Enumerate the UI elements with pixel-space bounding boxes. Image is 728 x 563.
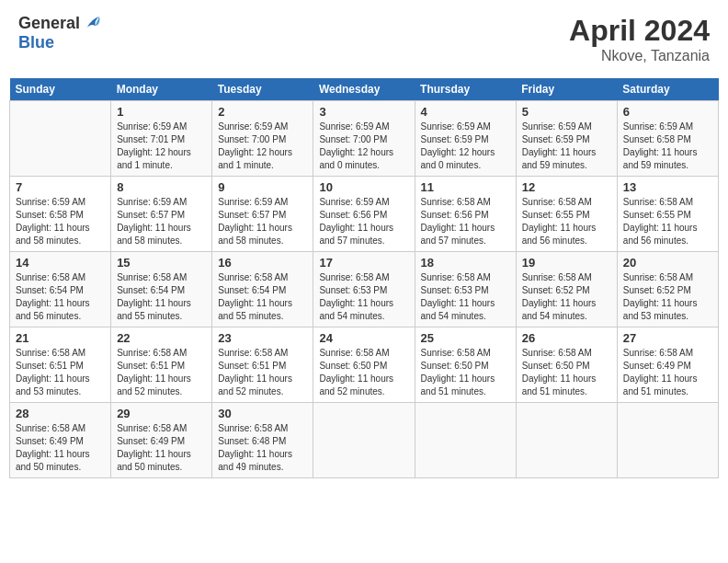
day-info: Sunrise: 6:58 AMSunset: 6:52 PMDaylight:… bbox=[623, 271, 712, 323]
column-header-monday: Monday bbox=[111, 78, 212, 101]
day-number: 20 bbox=[623, 256, 712, 270]
calendar-cell bbox=[516, 403, 617, 478]
day-info: Sunrise: 6:59 AMSunset: 7:00 PMDaylight:… bbox=[218, 121, 307, 172]
day-number: 2 bbox=[218, 105, 307, 119]
day-number: 7 bbox=[16, 180, 105, 194]
calendar-cell: 18Sunrise: 6:58 AMSunset: 6:53 PMDayligh… bbox=[415, 252, 516, 327]
logo-general-text: General bbox=[18, 15, 80, 33]
calendar-cell: 28Sunrise: 6:58 AMSunset: 6:49 PMDayligh… bbox=[10, 403, 111, 478]
day-info: Sunrise: 6:58 AMSunset: 6:55 PMDaylight:… bbox=[623, 196, 712, 247]
page-header: General Blue April 2024 Nkove, Tanzania bbox=[9, 9, 719, 69]
title-block: April 2024 Nkove, Tanzania bbox=[569, 14, 710, 64]
calendar-cell bbox=[415, 403, 516, 478]
day-number: 17 bbox=[319, 256, 408, 270]
day-number: 16 bbox=[218, 256, 307, 270]
calendar-cell: 5Sunrise: 6:59 AMSunset: 6:59 PMDaylight… bbox=[516, 101, 617, 177]
calendar-cell: 23Sunrise: 6:58 AMSunset: 6:51 PMDayligh… bbox=[212, 327, 313, 403]
day-number: 19 bbox=[522, 256, 611, 270]
column-header-tuesday: Tuesday bbox=[212, 78, 313, 101]
day-number: 27 bbox=[623, 331, 712, 345]
calendar-cell: 4Sunrise: 6:59 AMSunset: 6:59 PMDaylight… bbox=[415, 101, 516, 177]
column-header-thursday: Thursday bbox=[415, 78, 516, 101]
calendar-cell bbox=[10, 101, 111, 177]
day-number: 9 bbox=[218, 180, 307, 194]
calendar-cell: 13Sunrise: 6:58 AMSunset: 6:55 PMDayligh… bbox=[617, 177, 718, 252]
day-info: Sunrise: 6:58 AMSunset: 6:54 PMDaylight:… bbox=[117, 271, 206, 323]
day-info: Sunrise: 6:59 AMSunset: 7:00 PMDaylight:… bbox=[319, 121, 408, 172]
day-info: Sunrise: 6:59 AMSunset: 6:58 PMDaylight:… bbox=[16, 196, 105, 247]
calendar-cell: 15Sunrise: 6:58 AMSunset: 6:54 PMDayligh… bbox=[111, 252, 212, 327]
calendar-week-row: 7Sunrise: 6:59 AMSunset: 6:58 PMDaylight… bbox=[10, 177, 719, 252]
column-header-friday: Friday bbox=[516, 78, 617, 101]
calendar-cell: 1Sunrise: 6:59 AMSunset: 7:01 PMDaylight… bbox=[111, 101, 212, 177]
calendar-week-row: 1Sunrise: 6:59 AMSunset: 7:01 PMDaylight… bbox=[10, 101, 719, 177]
calendar-cell: 17Sunrise: 6:58 AMSunset: 6:53 PMDayligh… bbox=[313, 252, 415, 327]
calendar-week-row: 28Sunrise: 6:58 AMSunset: 6:49 PMDayligh… bbox=[10, 403, 719, 478]
calendar-cell: 19Sunrise: 6:58 AMSunset: 6:52 PMDayligh… bbox=[516, 252, 617, 327]
calendar-cell: 22Sunrise: 6:58 AMSunset: 6:51 PMDayligh… bbox=[111, 327, 212, 403]
day-number: 22 bbox=[117, 331, 206, 345]
day-info: Sunrise: 6:58 AMSunset: 6:49 PMDaylight:… bbox=[623, 347, 712, 398]
calendar-cell bbox=[313, 403, 415, 478]
day-info: Sunrise: 6:58 AMSunset: 6:48 PMDaylight:… bbox=[218, 422, 307, 474]
day-info: Sunrise: 6:58 AMSunset: 6:54 PMDaylight:… bbox=[218, 271, 307, 323]
day-info: Sunrise: 6:58 AMSunset: 6:50 PMDaylight:… bbox=[421, 347, 510, 398]
day-number: 5 bbox=[522, 105, 611, 119]
calendar-cell: 12Sunrise: 6:58 AMSunset: 6:55 PMDayligh… bbox=[516, 177, 617, 252]
calendar-cell: 24Sunrise: 6:58 AMSunset: 6:50 PMDayligh… bbox=[313, 327, 415, 403]
month-title: April 2024 bbox=[569, 14, 710, 48]
calendar-cell: 26Sunrise: 6:58 AMSunset: 6:50 PMDayligh… bbox=[516, 327, 617, 403]
day-info: Sunrise: 6:59 AMSunset: 6:56 PMDaylight:… bbox=[319, 196, 408, 247]
day-info: Sunrise: 6:59 AMSunset: 6:59 PMDaylight:… bbox=[522, 121, 611, 172]
day-number: 11 bbox=[421, 180, 510, 194]
logo-blue-text: Blue bbox=[18, 34, 102, 52]
day-number: 18 bbox=[421, 256, 510, 270]
calendar-cell: 16Sunrise: 6:58 AMSunset: 6:54 PMDayligh… bbox=[212, 252, 313, 327]
day-number: 26 bbox=[522, 331, 611, 345]
column-header-sunday: Sunday bbox=[10, 78, 111, 101]
calendar-week-row: 21Sunrise: 6:58 AMSunset: 6:51 PMDayligh… bbox=[10, 327, 719, 403]
day-number: 15 bbox=[117, 256, 206, 270]
day-info: Sunrise: 6:58 AMSunset: 6:55 PMDaylight:… bbox=[522, 196, 611, 247]
calendar-cell: 29Sunrise: 6:58 AMSunset: 6:49 PMDayligh… bbox=[111, 403, 212, 478]
calendar-cell: 30Sunrise: 6:58 AMSunset: 6:48 PMDayligh… bbox=[212, 403, 313, 478]
day-number: 25 bbox=[421, 331, 510, 345]
day-info: Sunrise: 6:58 AMSunset: 6:54 PMDaylight:… bbox=[16, 271, 105, 323]
day-number: 10 bbox=[319, 180, 408, 194]
calendar-cell: 27Sunrise: 6:58 AMSunset: 6:49 PMDayligh… bbox=[617, 327, 718, 403]
calendar-cell: 20Sunrise: 6:58 AMSunset: 6:52 PMDayligh… bbox=[617, 252, 718, 327]
day-info: Sunrise: 6:58 AMSunset: 6:50 PMDaylight:… bbox=[319, 347, 408, 398]
day-number: 28 bbox=[16, 407, 105, 420]
day-info: Sunrise: 6:59 AMSunset: 7:01 PMDaylight:… bbox=[117, 121, 206, 172]
day-info: Sunrise: 6:58 AMSunset: 6:50 PMDaylight:… bbox=[522, 347, 611, 398]
day-number: 3 bbox=[319, 105, 408, 119]
day-number: 6 bbox=[623, 105, 712, 119]
day-number: 8 bbox=[117, 180, 206, 194]
day-info: Sunrise: 6:58 AMSunset: 6:51 PMDaylight:… bbox=[16, 347, 105, 398]
calendar-cell: 6Sunrise: 6:59 AMSunset: 6:58 PMDaylight… bbox=[617, 101, 718, 177]
day-number: 23 bbox=[218, 331, 307, 345]
day-number: 21 bbox=[16, 331, 105, 345]
day-info: Sunrise: 6:59 AMSunset: 6:58 PMDaylight:… bbox=[623, 121, 712, 172]
location-title: Nkove, Tanzania bbox=[569, 48, 710, 64]
calendar-cell: 2Sunrise: 6:59 AMSunset: 7:00 PMDaylight… bbox=[212, 101, 313, 177]
day-info: Sunrise: 6:58 AMSunset: 6:53 PMDaylight:… bbox=[421, 271, 510, 323]
day-info: Sunrise: 6:58 AMSunset: 6:51 PMDaylight:… bbox=[218, 347, 307, 398]
day-number: 4 bbox=[421, 105, 510, 119]
calendar-cell: 11Sunrise: 6:58 AMSunset: 6:56 PMDayligh… bbox=[415, 177, 516, 252]
day-info: Sunrise: 6:58 AMSunset: 6:51 PMDaylight:… bbox=[117, 347, 206, 398]
day-number: 13 bbox=[623, 180, 712, 194]
column-header-saturday: Saturday bbox=[617, 78, 718, 101]
logo-bird-icon bbox=[82, 14, 102, 34]
calendar-cell: 25Sunrise: 6:58 AMSunset: 6:50 PMDayligh… bbox=[415, 327, 516, 403]
day-number: 1 bbox=[117, 105, 206, 119]
day-number: 30 bbox=[218, 407, 307, 420]
day-info: Sunrise: 6:59 AMSunset: 6:57 PMDaylight:… bbox=[117, 196, 206, 247]
calendar-table: SundayMondayTuesdayWednesdayThursdayFrid… bbox=[9, 78, 719, 478]
calendar-cell: 14Sunrise: 6:58 AMSunset: 6:54 PMDayligh… bbox=[10, 252, 111, 327]
calendar-cell: 3Sunrise: 6:59 AMSunset: 7:00 PMDaylight… bbox=[313, 101, 415, 177]
day-number: 12 bbox=[522, 180, 611, 194]
calendar-cell: 10Sunrise: 6:59 AMSunset: 6:56 PMDayligh… bbox=[313, 177, 415, 252]
calendar-cell: 8Sunrise: 6:59 AMSunset: 6:57 PMDaylight… bbox=[111, 177, 212, 252]
calendar-week-row: 14Sunrise: 6:58 AMSunset: 6:54 PMDayligh… bbox=[10, 252, 719, 327]
